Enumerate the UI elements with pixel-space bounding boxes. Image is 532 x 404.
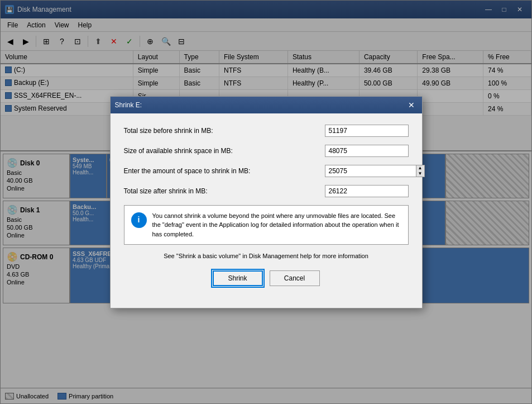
field-label-2: Size of available shrink space in MB: — [124, 147, 325, 155]
modal-body: Total size before shrink in MB: 51197 Si… — [111, 113, 422, 307]
shrink-modal: Shrink E: ✕ Total size before shrink in … — [110, 96, 423, 308]
field-label-3: Enter the amount of space to shrink in M… — [124, 167, 325, 175]
shrink-button[interactable]: Shrink — [213, 270, 263, 286]
cancel-button[interactable]: Cancel — [270, 270, 320, 286]
field-row-3: Enter the amount of space to shrink in M… — [124, 165, 409, 177]
spinner-down[interactable]: ▼ — [416, 171, 424, 177]
info-icon: i — [131, 212, 147, 228]
modal-title-bar: Shrink E: ✕ — [111, 97, 422, 113]
field-row-1: Total size before shrink in MB: 51197 — [124, 125, 409, 137]
spinner-controls: ▲ ▼ — [416, 165, 425, 177]
shrink-amount-field: ▲ ▼ — [325, 165, 425, 177]
field-value-1: 51197 — [325, 125, 409, 137]
field-label-4: Total size after shrink in MB: — [124, 187, 325, 195]
field-value-4: 26122 — [325, 185, 409, 197]
modal-overlay: Shrink E: ✕ Total size before shrink in … — [0, 0, 532, 404]
info-text: You cannot shrink a volume beyond the po… — [152, 211, 401, 239]
modal-close-button[interactable]: ✕ — [405, 99, 418, 111]
shrink-amount-input[interactable] — [325, 165, 416, 177]
modal-footer: Shrink Cancel — [124, 270, 409, 295]
modal-title: Shrink E: — [115, 101, 405, 109]
spinner-up[interactable]: ▲ — [416, 165, 424, 171]
field-value-2: 48075 — [325, 145, 409, 157]
help-text: See "Shrink a basic volume" in Disk Mana… — [124, 253, 409, 259]
info-box: i You cannot shrink a volume beyond the … — [124, 205, 409, 245]
field-row-2: Size of available shrink space in MB: 48… — [124, 145, 409, 157]
field-row-4: Total size after shrink in MB: 26122 — [124, 185, 409, 197]
field-label-1: Total size before shrink in MB: — [124, 127, 325, 135]
